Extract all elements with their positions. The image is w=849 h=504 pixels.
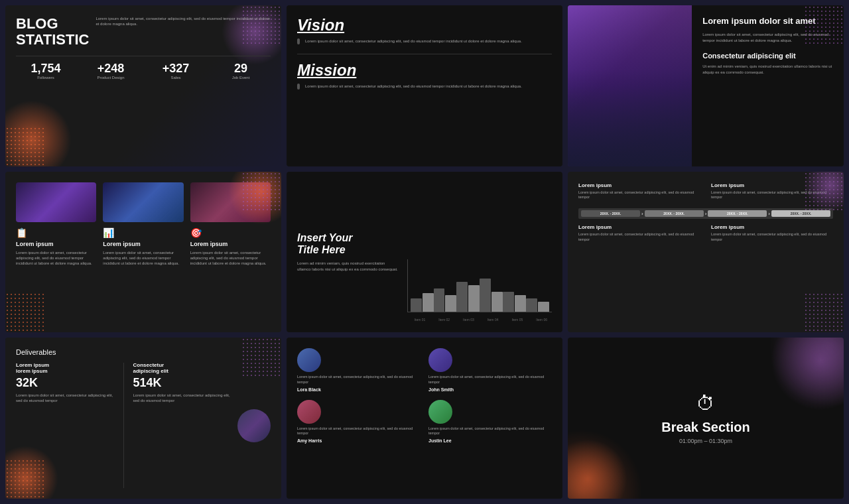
slide7-content: Lorem ipsumlorem ipsum 32K Lorem ipsum d… [16, 363, 271, 488]
dot-pattern-br [804, 292, 844, 332]
slide7-left-number: 32K [16, 376, 114, 390]
slide7-divider [123, 363, 124, 488]
timer-icon: ⏱ [661, 393, 750, 414]
bar-2a [434, 288, 445, 312]
col3-text: Lorem ipsum dolor sit amet, consectetur … [190, 250, 271, 267]
slide7-pc-image [237, 409, 271, 442]
timeline-seg-2: 20XX. - 20XX. [645, 210, 704, 217]
col1-image [16, 182, 96, 222]
tl-top1-text: Lorem ipsum dolor sit amet, consectetur … [578, 190, 700, 200]
slide7-left-text: Lorem ipsum dolor sit amet, consectetur … [16, 393, 114, 404]
stat-sales: +327 Sales [146, 62, 206, 80]
tl-bot1-text: Lorem ipsum dolor sit amet, consectetur … [578, 232, 700, 242]
chart-label-2: Item 02 [434, 318, 454, 322]
slide-2: Vision Lorem ipsum dolor sit amet, conse… [287, 5, 562, 166]
chart-label-6: Item 06 [531, 318, 552, 322]
bar-5a [503, 292, 514, 312]
slide5-title: Insert YourTitle Here [297, 232, 399, 255]
col1-text: Lorem ipsum dolor sit amet, consectetur … [16, 250, 96, 267]
slide5-chart: Item 01 Item 02 Item 03 Item 04 Item 05 … [407, 182, 552, 322]
team-text-4: Lorem ipsum dolor sit amet, consectetur … [428, 426, 552, 436]
team-member-1: Lorem ipsum dolor sit amet, consectetur … [297, 348, 421, 391]
bar-group-2 [434, 288, 457, 312]
tl-bot1-title: Lorem ipsum [578, 224, 700, 230]
team-name-1: Lora Black [297, 387, 321, 392]
timeline-bar: 20XX. - 20XX. › 20XX. - 20XX. › 20XX. - … [578, 208, 833, 219]
mission-title: Mission [297, 61, 552, 80]
timeline-bottom-2: Lorem ipsum Lorem ipsum dolor sit amet, … [711, 224, 833, 242]
chart-label-1: Item 01 [410, 318, 430, 322]
slide7-right-text: Lorem ipsum dolor sit amet, consectetur … [133, 393, 231, 404]
slide-1: BlogStatistic Lorem ipsum dolor sit amet… [5, 5, 281, 166]
slide5-text: Lorem ad minim veniam, quis nostrud exer… [297, 261, 399, 272]
stat-job-number: 29 [211, 62, 271, 76]
slide-8: Lorem ipsum dolor sit amet, consectetur … [287, 338, 562, 499]
slide3-image [568, 5, 692, 166]
col2-image [103, 182, 183, 222]
timeline-top: Lorem ipsum Lorem ipsum dolor sit amet, … [578, 182, 833, 200]
slide7-right-metric-title: Consecteturadipiscing elit [133, 363, 231, 375]
tl-bot2-title: Lorem ipsum [711, 224, 833, 230]
slide1-title: BlogStatistic [16, 16, 89, 48]
slide-3: Lorem ipsum dolor sit amet Lorem ipsum d… [568, 5, 844, 166]
bar-4b [491, 292, 503, 312]
stat-followers-label: Followers [16, 76, 76, 80]
slide3-subtitle: Consectetur adipiscing elit [702, 52, 833, 60]
stat-job-event: 29 Job Event [211, 62, 271, 80]
col3-title: Lorem ipsum [190, 241, 271, 247]
slide7-left-metric-title: Lorem ipsumlorem ipsum [16, 363, 114, 375]
team-text-1: Lorem ipsum dolor sit amet, consectetur … [297, 375, 421, 385]
slide3-text2: Ut enim ad minim veniam, quis nostrud ex… [702, 64, 833, 76]
dot-pattern-tr [241, 172, 281, 212]
bar-group-5 [503, 292, 526, 312]
stat-sales-number: +327 [146, 62, 206, 76]
timeline-seg-3: 20XX. - 20XX. [708, 210, 767, 217]
slide7-right-col: Consecteturadipiscing elit 514K Lorem ip… [133, 363, 231, 488]
team-text-3: Lorem ipsum dolor sit amet, consectetur … [297, 426, 421, 436]
chart-labels: Item 01 Item 02 Item 03 Item 04 Item 05 … [407, 318, 552, 322]
team-member-4: Lorem ipsum dolor sit amet, consectetur … [428, 400, 552, 443]
team-name-3: Amy Harris [297, 438, 322, 443]
bar-1a [411, 298, 422, 312]
slide-7: Deliverables Lorem ipsumlorem ipsum 32K … [5, 338, 281, 499]
slide4-col-2: 📊 Lorem ipsum Lorem ipsum dolor sit amet… [103, 182, 183, 322]
slide4-columns: 📋 Lorem ipsum Lorem ipsum dolor sit amet… [16, 182, 271, 322]
slide7-right-number: 514K [133, 376, 231, 390]
bar-6a [526, 298, 537, 312]
dot-pattern-tr [804, 172, 844, 212]
timeline-arrow-3: › [768, 211, 770, 217]
timeline-bottom: Lorem ipsum Lorem ipsum dolor sit amet, … [578, 224, 833, 242]
dot-pattern-bl [5, 127, 45, 166]
team-member-3: Lorem ipsum dolor sit amet, consectetur … [297, 400, 421, 443]
slide9-content: ⏱ Break Section 01:00pm – 01:30pm [661, 393, 750, 444]
bar-2b [445, 295, 456, 312]
tl-bot2-text: Lorem ipsum dolor sit amet, consectetur … [711, 232, 833, 242]
slide-9: ⏱ Break Section 01:00pm – 01:30pm [568, 338, 844, 499]
chart-label-4: Item 04 [483, 318, 503, 322]
vision-section: Vision Lorem ipsum dolor sit amet, conse… [297, 16, 552, 44]
col2-title: Lorem ipsum [103, 241, 183, 247]
team-member-2: Lorem ipsum dolor sit amet, consectetur … [428, 348, 552, 391]
stat-followers: 1,754 Followers [16, 62, 76, 80]
timeline-bottom-1: Lorem ipsum Lorem ipsum dolor sit amet, … [578, 224, 700, 242]
team-name-4: Justin Lee [428, 438, 452, 443]
timeline-seg-1: 20XX. - 20XX. [581, 210, 640, 217]
avatar-john [428, 348, 452, 372]
team-text-2: Lorem ipsum dolor sit amet, consectetur … [428, 375, 552, 385]
dot-pattern-bl [5, 292, 45, 332]
col2-text: Lorem ipsum dolor sit amet, consectetur … [103, 250, 183, 267]
slide-5: Insert YourTitle Here Lorem ad minim ven… [287, 172, 562, 333]
timeline-arrow-1: › [641, 211, 643, 217]
bar-3a [456, 282, 468, 312]
slide-6: Lorem ipsum Lorem ipsum dolor sit amet, … [568, 172, 844, 333]
slide7-left-col: Lorem ipsumlorem ipsum 32K Lorem ipsum d… [16, 363, 114, 488]
bar-group-3 [456, 282, 480, 312]
col2-icon: 📊 [103, 227, 183, 238]
bar-6b [538, 302, 549, 312]
slide7-title: Deliverables [16, 348, 271, 356]
bar-group-6 [526, 298, 549, 312]
stat-job-label: Job Event [211, 76, 271, 80]
bar-4a [480, 279, 491, 312]
timeline-arrow-2: › [705, 211, 707, 217]
slide1-stats: 1,754 Followers +248 Product Design +327… [16, 56, 271, 80]
